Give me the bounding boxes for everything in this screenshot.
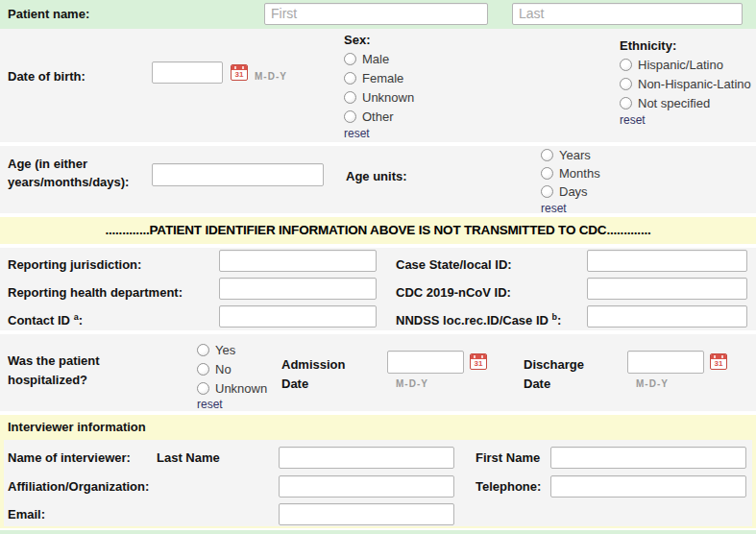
radio-icon: [344, 72, 356, 85]
radio-option-yes[interactable]: Yes: [197, 340, 267, 359]
calendar-icon-top: [471, 354, 486, 359]
calendar-icon[interactable]: 31: [710, 353, 727, 370]
discharge-format-hint: M-D-Y: [636, 378, 669, 389]
radio-label: Months: [559, 166, 600, 181]
age-input[interactable]: [152, 163, 324, 186]
calendar-icon[interactable]: 31: [470, 353, 487, 370]
radio-option-unknown-hosp[interactable]: Unknown: [197, 378, 267, 398]
contact-id-input[interactable]: [219, 305, 377, 328]
case-state-local-id-label: Case State/local ID:: [396, 248, 512, 279]
email-input[interactable]: [279, 503, 454, 525]
name-of-interviewer-label: Name of interviewer:: [8, 447, 131, 470]
radio-label: Female: [362, 71, 403, 85]
radio-option-no[interactable]: No: [197, 359, 267, 378]
admission-date-label: Admission Date: [281, 355, 363, 394]
age-label: Age (in either years/months/days):: [8, 155, 152, 191]
radio-icon: [344, 91, 356, 104]
reporting-jurisdiction-input[interactable]: [219, 250, 377, 272]
radio-icon: [620, 78, 632, 90]
radio-label: Hispanic/Latino: [638, 58, 723, 72]
email-label: Email:: [8, 503, 45, 526]
admission-format-hint: M-D-Y: [396, 378, 428, 389]
contact-id-label: Contact ID a:: [8, 303, 83, 334]
radio-option-not-specified[interactable]: Not specified: [620, 93, 751, 112]
calendar-icon-day: 31: [232, 70, 247, 80]
reporting-row: Reporting health department: CDC 2019-nC…: [0, 276, 756, 303]
identifier-notice-banner: .............PATIENT IDENTIFIER INFORMAT…: [0, 217, 756, 244]
calendar-icon-top: [711, 354, 726, 359]
telephone-input[interactable]: [550, 475, 746, 498]
radio-icon: [620, 59, 632, 71]
radio-icon: [197, 363, 209, 376]
reporting-jurisdiction-label: Reporting jurisdiction:: [8, 248, 141, 279]
radio-icon: [197, 382, 209, 395]
dob-format-hint: M-D-Y: [255, 71, 287, 82]
next-section-edge: [0, 530, 756, 534]
affiliation-label: Affiliation/Organization:: [8, 475, 149, 498]
radio-option-months[interactable]: Months: [541, 164, 600, 182]
discharge-date-label: Discharge Date: [524, 355, 605, 394]
calendar-icon-top: [232, 65, 247, 70]
radio-label: Not specified: [638, 96, 710, 110]
reporting-health-dept-label: Reporting health department:: [8, 276, 183, 306]
last-name-input[interactable]: [512, 3, 743, 25]
calendar-icon-day: 31: [711, 359, 726, 369]
radio-icon: [541, 167, 553, 180]
sex-label: Sex:: [344, 32, 414, 49]
age-units-reset-link[interactable]: reset: [541, 201, 600, 216]
discharge-date-input[interactable]: [627, 351, 704, 374]
radio-option-hispanic[interactable]: Hispanic/Latino: [620, 55, 751, 74]
radio-label: Other: [362, 109, 394, 124]
dob-label: Date of birth:: [8, 67, 85, 86]
reporting-health-dept-input[interactable]: [219, 278, 377, 300]
radio-label: Yes: [215, 343, 235, 357]
age-units-label: Age units:: [346, 167, 407, 186]
sex-reset-link[interactable]: reset: [344, 126, 414, 141]
radio-icon: [344, 110, 356, 123]
sex-group: Sex: Male Female Unknown Other reset: [344, 32, 414, 141]
ethnicity-label: Ethnicity:: [620, 37, 751, 55]
radio-option-male[interactable]: Male: [344, 49, 414, 68]
radio-option-non-hispanic[interactable]: Non-Hispanic-Latino: [620, 74, 751, 93]
radio-icon: [541, 149, 553, 161]
radio-option-female[interactable]: Female: [344, 68, 414, 87]
radio-label: Years: [559, 148, 591, 162]
radio-label: Unknown: [215, 381, 267, 396]
age-units-group: Years Months Days reset: [541, 146, 600, 216]
radio-option-other[interactable]: Other: [344, 107, 414, 126]
interviewer-panel: Name of interviewer: Last Name First Nam…: [4, 440, 752, 526]
case-report-form: Patient name: Date of birth: 31 M-D-Y Se…: [0, 0, 756, 534]
age-section: Age (in either years/months/days): Age u…: [0, 146, 756, 213]
case-state-local-id-input[interactable]: [587, 250, 747, 272]
calendar-icon-day: 31: [471, 359, 486, 369]
patient-name-row: Patient name:: [0, 0, 756, 29]
first-name-input[interactable]: [264, 3, 488, 25]
nndss-id-label: NNDSS loc.rec.ID/Case ID b:: [396, 303, 561, 334]
ethnicity-group: Ethnicity: Hispanic/Latino Non-Hispanic-…: [620, 37, 751, 128]
admission-date-input[interactable]: [387, 351, 464, 374]
radio-icon: [541, 185, 553, 198]
radio-icon: [344, 53, 356, 65]
ethnicity-reset-link[interactable]: reset: [620, 112, 751, 128]
hospitalized-group: Yes No Unknown reset: [197, 340, 267, 411]
hospitalized-reset-link[interactable]: reset: [197, 398, 267, 411]
cdc-ncov-id-input[interactable]: [587, 278, 747, 300]
radio-label: Days: [559, 184, 588, 199]
calendar-icon[interactable]: 31: [231, 64, 248, 81]
hospitalized-label: Was the patient hospitalized?: [8, 352, 161, 390]
interviewer-last-name-input[interactable]: [279, 447, 454, 469]
interviewer-first-name-input[interactable]: [550, 447, 746, 469]
radio-option-days[interactable]: Days: [541, 182, 600, 201]
radio-label: No: [215, 362, 232, 376]
radio-label: Non-Hispanic-Latino: [638, 77, 751, 91]
radio-option-years[interactable]: Years: [541, 146, 600, 164]
dob-input[interactable]: [152, 61, 223, 84]
affiliation-input[interactable]: [279, 475, 454, 498]
nndss-id-input[interactable]: [587, 305, 747, 328]
last-name-label: Last Name: [157, 447, 220, 470]
telephone-label: Telephone:: [476, 475, 541, 498]
reporting-section: Reporting jurisdiction: Case State/local…: [0, 248, 756, 330]
radio-option-unknown-sex[interactable]: Unknown: [344, 87, 414, 107]
radio-icon: [620, 97, 632, 109]
identifier-notice-text: .............PATIENT IDENTIFIER INFORMAT…: [0, 217, 756, 244]
